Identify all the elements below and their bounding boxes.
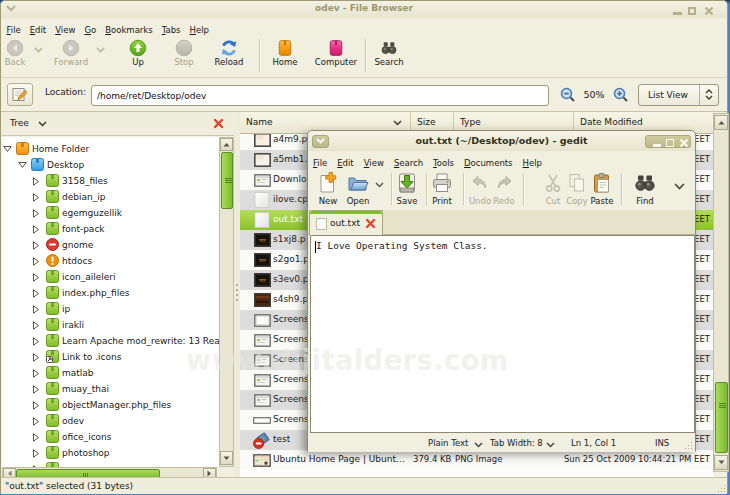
open-recent-dropdown[interactable] [375,182,384,188]
tree-item[interactable]: irakli [2,317,219,333]
menu-search[interactable]: Search [389,156,428,168]
text-editor-area[interactable]: I Love Operating System Class. [310,235,695,433]
chevron-down-icon[interactable] [546,442,555,448]
close-icon[interactable] [704,6,714,16]
tree-expander-collapsed-icon[interactable] [32,417,40,426]
tree-item[interactable]: matlab [2,365,219,381]
tree-expander-collapsed-icon[interactable] [32,305,40,314]
tree-item[interactable]: icon_aileleri [2,269,219,285]
tree-item[interactable]: muay_thai [2,381,219,397]
menu-view[interactable]: View [359,156,389,168]
tree-item[interactable]: debian_ip [2,189,219,205]
gedit-toolbar-button-redo[interactable]: Redo [489,170,519,209]
tree-item[interactable]: index.php_files [2,285,219,301]
tree-item[interactable]: objectManager.php_files [2,397,219,413]
menu-tabs[interactable]: Tabs [157,22,185,35]
chevron-down-icon[interactable] [474,442,483,448]
menu-go[interactable]: Go [80,22,101,35]
tree-expander-collapsed-icon[interactable] [32,321,40,330]
gedit-toolbar-button-paste[interactable]: Paste [587,170,617,209]
tree-item[interactable]: ofice_icons [2,429,219,445]
toolbar-overflow-icon[interactable] [674,183,685,190]
toolbar-button-forward[interactable]: Forward [49,38,93,74]
scroll-thumb[interactable] [221,152,233,209]
close-icon[interactable] [679,138,689,148]
tree-item[interactable]: egemguzellik [2,205,219,221]
gedit-toolbar-button-find[interactable]: Find [630,170,660,209]
menu-file[interactable]: File [2,22,25,35]
tree-vertical-scrollbar[interactable] [219,137,234,467]
resize-grip[interactable] [724,491,726,493]
tree-expander-collapsed-icon[interactable] [32,177,40,186]
toolbar-button-up[interactable]: Up [118,38,158,74]
maximize-icon[interactable] [666,139,674,147]
file-row[interactable]: Ubuntu Home Page | Ubuntu_125...379.4 KB… [240,450,713,470]
scroll-up-stepper[interactable] [220,138,233,151]
view-mode-selector[interactable]: List View [638,84,719,106]
tree-item[interactable]: 3158_files [2,173,219,189]
minimize-icon[interactable] [653,144,661,147]
sidebar-close-icon[interactable] [213,118,224,129]
gedit-toolbar-button-save[interactable]: Save [392,170,422,209]
toggle-location-entry-button[interactable] [7,83,33,106]
tree-expander-collapsed-icon[interactable] [32,369,40,378]
minimize-icon[interactable] [673,12,682,15]
toolbar-button-reload[interactable]: Reload [205,38,253,74]
toolbar-button-home[interactable]: Home [263,38,307,74]
maximize-icon[interactable] [688,7,696,15]
tab-out-txt[interactable]: out.txt [309,210,383,235]
location-input[interactable] [91,85,549,106]
tree-item[interactable]: Link to .icons [2,349,219,365]
tree-expander-collapsed-icon[interactable] [32,289,40,298]
menu-file[interactable]: File [308,156,332,168]
tree-expander-collapsed-icon[interactable] [32,193,40,202]
tree-expander-collapsed-icon[interactable] [32,225,40,234]
resize-grip[interactable] [691,448,693,450]
list-vertical-scrollbar[interactable] [713,113,729,472]
menu-help[interactable]: Help [185,22,213,35]
tree-item[interactable]: ip [2,301,219,317]
tree-expander-collapsed-icon[interactable] [32,433,40,442]
tree-expander-collapsed-icon[interactable] [32,385,40,394]
tree-item[interactable]: htdocs [2,253,219,269]
combo-spinner-icon[interactable] [699,85,718,105]
gedit-toolbar-button-print[interactable]: Print [427,170,457,209]
toolbar-button-computer[interactable]: Computer [310,38,362,74]
tree-expander-expanded-icon[interactable] [3,145,12,153]
tree-expander-collapsed-icon[interactable] [32,353,40,362]
file-browser-titlebar[interactable]: odev - File Browser [1,1,727,18]
zoom-in-button[interactable] [611,85,631,105]
scroll-thumb[interactable] [715,382,728,453]
toolbar-button-search[interactable]: Search [366,38,412,74]
toolbar-button-stop[interactable]: Stop [164,38,204,74]
toolbar-button-back[interactable]: Back [0,38,32,74]
menu-documents[interactable]: Documents [459,156,517,168]
tree-expander-collapsed-icon[interactable] [32,273,40,282]
menu-tools[interactable]: Tools [428,156,459,168]
sidebar-panel-selector[interactable]: Tree [10,118,29,128]
tree-expander-collapsed-icon[interactable] [32,209,40,218]
tree-item[interactable]: Desktop [2,157,219,173]
document-text[interactable]: I Love Operating System Class. [316,240,488,251]
tree-item[interactable]: Learn Apache mod_rewrite: 13 Real-world [2,333,219,349]
scroll-down-stepper[interactable] [220,451,233,465]
tree-item[interactable]: photoshop [2,445,219,461]
zoom-out-button[interactable] [558,85,578,105]
language-selector[interactable]: Plain Text [428,438,468,448]
gedit-toolbar-button-new[interactable]: New [313,170,343,209]
menu-edit[interactable]: Edit [25,22,50,35]
scroll-up-stepper[interactable] [714,115,728,130]
menu-view[interactable]: View [51,22,80,35]
menu-edit[interactable]: Edit [332,156,358,168]
tree-expander-collapsed-icon[interactable] [32,337,40,346]
tab-close-icon[interactable] [365,218,376,229]
tree-item[interactable]: Home Folder [2,141,219,157]
tree-expander-collapsed-icon[interactable] [32,449,40,458]
tree-expander-collapsed-icon[interactable] [32,257,40,266]
gedit-toolbar-button-open[interactable]: Open [343,170,373,209]
tab-width-selector[interactable]: Tab Width: 8 [490,438,543,448]
scroll-down-stepper[interactable] [714,455,728,470]
tree-item[interactable]: gnome [2,237,219,253]
tree-item[interactable]: odev [2,413,219,429]
tree-expander-expanded-icon[interactable] [18,161,27,169]
